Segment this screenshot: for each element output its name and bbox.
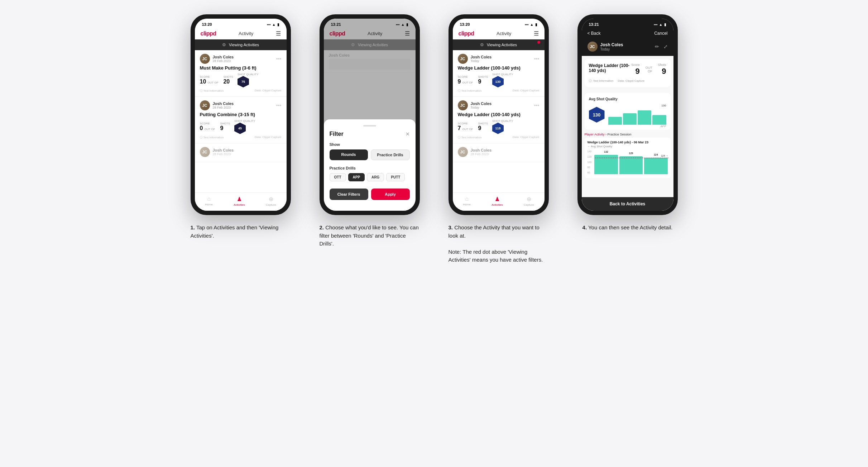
user-text-4: Josh Coles Today xyxy=(600,42,623,51)
shots-value-3-1: 9 xyxy=(478,78,488,85)
nav-activities-1[interactable]: ♟ Activities xyxy=(234,196,245,206)
avatar-1-3: JC xyxy=(200,147,210,157)
viewing-bar-3[interactable]: ⚙ Viewing Activities xyxy=(453,39,545,50)
home-label-1: Home xyxy=(205,203,213,206)
nav-home-3[interactable]: ⌂ Home xyxy=(463,196,471,206)
user-date-1-3: 28 Feb 2023 xyxy=(213,152,234,156)
detail-outof-group-4: OUT OF xyxy=(646,66,652,73)
info-left-1-1: ⓘ Test Information xyxy=(200,89,224,93)
shots-group-1-2: Shots 9 xyxy=(220,122,230,132)
battery-icon: ▮ xyxy=(277,23,279,27)
nav-capture-1[interactable]: ⊕ Capture xyxy=(266,196,276,206)
more-dots-3-2[interactable]: ••• xyxy=(534,103,539,108)
caption-2: 2. Choose what you'd like to see. You ca… xyxy=(320,224,420,248)
show-label-2: Show xyxy=(330,142,410,147)
score-value-row-1-2: 0 OUT OF xyxy=(200,125,216,132)
nav-home-1[interactable]: ⌂ Home xyxy=(205,196,213,206)
close-btn-2[interactable]: ✕ xyxy=(406,131,410,137)
status-icons-4: ▪▪▪ ▲ ▮ xyxy=(654,23,666,27)
sq-label-1-2: Shot Quality xyxy=(234,119,255,123)
caption-4-number: 4. xyxy=(582,224,587,230)
capture-label-3: Capture xyxy=(524,203,534,206)
app-header-3: clippd Activity ☰ xyxy=(453,28,545,39)
activities-icon-1: ♟ xyxy=(237,196,242,202)
user-name-3-1: Josh Coles xyxy=(471,55,492,59)
user-name-3-2: Josh Coles xyxy=(471,101,492,106)
toggle-rounds-2[interactable]: Rounds xyxy=(330,149,368,160)
chip-app-2[interactable]: APP xyxy=(348,173,365,181)
more-dots-1-1[interactable]: ••• xyxy=(276,56,282,62)
user-name-1-3: Josh Coles xyxy=(213,148,234,152)
card-footer-3-1: ⓘ Test Information Data: Clippd Capture xyxy=(458,89,539,93)
chip-ott-2[interactable]: OTT xyxy=(330,173,346,181)
card-footer-1-2: ⓘ Test Information Data: Clippd Capture xyxy=(200,135,282,139)
chart-bars-4 xyxy=(608,107,666,125)
caption-2-text: Choose what you'd like to see. You can f… xyxy=(320,224,419,247)
apply-button-2[interactable]: Apply xyxy=(371,189,410,200)
y-label-80: 80 xyxy=(588,166,592,168)
chart-bar-4-2 xyxy=(623,113,637,125)
detail-user-name-4: Josh Coles xyxy=(600,42,623,47)
status-icons-1: ▪▪▪ ▲ ▮ xyxy=(267,23,279,27)
settings-icon-3: ⚙ xyxy=(480,42,484,47)
info-right-1-2: Data: Clippd Capture xyxy=(255,135,282,139)
card-header-3-3: JC Josh Coles 28 Feb 2023 xyxy=(458,147,539,157)
signal-icon-3: ▪▪▪ xyxy=(525,23,529,27)
toggle-drills-2[interactable]: Practice Drills xyxy=(371,149,410,160)
sq-label-1-1: Shot Quality xyxy=(238,73,259,76)
caption-3-number: 3. xyxy=(449,224,453,230)
session-bar-label-4-1: 132 xyxy=(604,151,608,153)
shots-label-3-1: Shots xyxy=(478,75,488,78)
detail-header-4: < Back Cancel xyxy=(582,28,673,39)
info-right-3-1: Data: Clippd Capture xyxy=(513,89,539,93)
practice-session-section-4: Player Activity › Practice Session xyxy=(585,133,671,136)
detail-user-info-4: JC Josh Coles Today xyxy=(588,42,623,52)
detail-score-label-4: Score xyxy=(631,63,640,67)
activity-card-1-2[interactable]: JC Josh Coles 28 Feb 2023 ••• Putting Co… xyxy=(195,97,287,143)
filter-header-2: Filter ✕ xyxy=(330,131,410,137)
avatar-4: JC xyxy=(588,42,598,52)
phone-4: 13:21 ▪▪▪ ▲ ▮ < Back Cancel JC xyxy=(577,14,678,215)
wifi-icon-3: ▲ xyxy=(530,23,534,27)
chip-arg-2[interactable]: ARG xyxy=(367,173,384,181)
viewing-bar-1[interactable]: ⚙ Viewing Activities xyxy=(195,39,287,50)
detail-shots-num-4: 9 xyxy=(658,67,666,76)
cancel-button-4[interactable]: Cancel xyxy=(654,31,667,36)
session-bars-4: 132 129 124 xyxy=(594,150,667,175)
activity-card-3-1[interactable]: JC Josh Coles Today ••• Wedge Ladder (10… xyxy=(453,50,545,97)
y-label-60: 60 xyxy=(588,171,592,174)
hamburger-icon-3[interactable]: ☰ xyxy=(534,30,539,37)
nav-activities-3[interactable]: ♟ Activities xyxy=(491,196,503,206)
chip-putt-2[interactable]: PUTT xyxy=(386,173,405,181)
expand-icon-4[interactable]: ⤢ xyxy=(663,44,668,49)
shots-label-1-2: Shots xyxy=(220,122,230,125)
clear-filters-button-2[interactable]: Clear Filters xyxy=(330,189,368,200)
caption-3: 3. Choose the Activity that you want to … xyxy=(449,224,549,264)
chart-top-value-4: 130 xyxy=(661,104,666,107)
activity-card-1-1[interactable]: JC Josh Coles 28 Feb 2023 ••• Must Make … xyxy=(195,50,287,97)
user-info-1-1: JC Josh Coles 28 Feb 2023 xyxy=(200,54,234,64)
activity-card-3-2[interactable]: JC Josh Coles Today ••• Wedge Ladder (10… xyxy=(453,97,545,143)
toggle-rounds-label-2: Rounds xyxy=(341,152,356,157)
back-to-activities-4[interactable]: Back to Activities xyxy=(582,197,673,211)
app-logo-1: clippd xyxy=(201,30,216,37)
back-button-4[interactable]: < Back xyxy=(588,31,601,36)
session-bars-wrapper-4: 132 129 124 1 xyxy=(594,150,667,175)
avatar-1-2: JC xyxy=(200,100,210,110)
more-dots-3-1[interactable]: ••• xyxy=(534,56,539,62)
detail-card-header-4: Wedge Ladder (100-140 yds) Score 9 OUT O… xyxy=(589,63,666,76)
stats-row-3-2: Score 7 OUT OF Shots 9 xyxy=(458,119,539,134)
wifi-icon: ▲ xyxy=(272,23,276,27)
shots-value-1-2: 9 xyxy=(220,125,230,132)
caption-4-text: You can then see the Activity detail. xyxy=(588,224,672,230)
activity-title-1-1: Must Make Putting (3-6 ft) xyxy=(200,65,282,71)
detail-icons-4: ✏ ⤢ xyxy=(655,44,668,49)
edit-icon-4[interactable]: ✏ xyxy=(655,44,659,49)
avatar-img-1-2: JC xyxy=(200,100,210,110)
nav-capture-3[interactable]: ⊕ Capture xyxy=(524,196,534,206)
card-header-1-3: JC Josh Coles 28 Feb 2023 xyxy=(200,147,282,157)
sq-value-3-2: 118 xyxy=(495,127,501,130)
hamburger-icon-1[interactable]: ☰ xyxy=(276,30,281,37)
more-dots-1-2[interactable]: ••• xyxy=(276,103,282,108)
out-of-1-1: OUT OF xyxy=(207,81,218,84)
